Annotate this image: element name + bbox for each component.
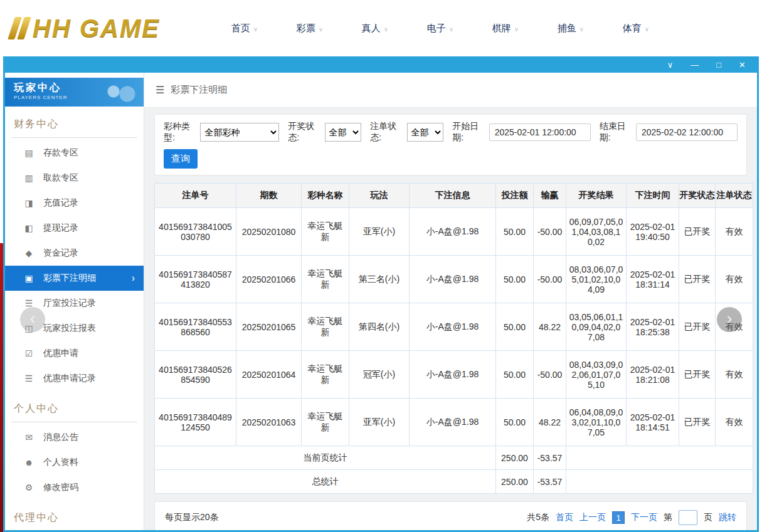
sidebar-item-funds-records[interactable]: ◆资金记录 — [5, 241, 144, 266]
lottery-type-select[interactable]: 全部彩种 — [200, 123, 279, 142]
sidebar-item-profile[interactable]: ☻个人资料 — [5, 450, 144, 475]
window-dropdown-icon[interactable]: ∨ — [667, 61, 674, 69]
cell-result: 06,09,07,05,01,04,03,08,10,02 — [566, 208, 627, 256]
main-area: ☰ 彩票下注明细 彩种类型: 全部彩种 开奖状态: 全部 注单状态: 全部 开始… — [144, 73, 757, 530]
summary-empty — [566, 446, 753, 470]
first-page-link[interactable]: 首页 — [556, 512, 573, 523]
menu-icon[interactable]: ☰ — [156, 84, 164, 96]
cell-bet-amount: 50.00 — [496, 256, 534, 303]
cell-bet-amount: 50.00 — [496, 303, 534, 351]
sidebar-item-label: 资金记录 — [43, 248, 78, 259]
cell-play-type: 冠军(小) — [349, 351, 410, 399]
summary-label: 总统计 — [155, 470, 496, 494]
sidebar-item-deposit-zone[interactable]: ▤存款专区 — [5, 140, 144, 165]
sidebar-item-label: 彩票下注明细 — [43, 273, 96, 284]
chevron-down-icon: ∨ — [253, 26, 258, 33]
nav-item-slots[interactable]: 电子∨ — [408, 23, 473, 34]
jump-button[interactable]: 跳转 — [719, 512, 736, 523]
col-lottery-name: 彩种名称 — [302, 184, 349, 208]
sidebar-item-label: 修改密码 — [43, 482, 78, 493]
nav-item-cards[interactable]: 棋牌∨ — [473, 23, 538, 34]
cell-result: 06,04,08,09,03,02,01,10,07,05 — [566, 399, 627, 446]
cell-bet-status: 有效 — [716, 351, 753, 399]
end-date-input[interactable] — [636, 123, 738, 141]
cell-bet-amount: 50.00 — [496, 208, 534, 256]
logo-text: HH GAME — [33, 14, 160, 43]
nav-item-home[interactable]: 首页∨ — [212, 23, 277, 34]
cell-winloss: 48.22 — [534, 303, 566, 351]
sidebar-item-promo-apply[interactable]: ☑优惠申请 — [5, 341, 144, 366]
nav-label: 首页 — [231, 23, 250, 34]
cell-result: 08,04,03,09,02,06,01,07,05,10 — [566, 351, 627, 399]
cell-period: 20250201065 — [236, 303, 302, 351]
cell-winloss: 48.22 — [534, 399, 566, 446]
search-button[interactable]: 查询 — [164, 149, 198, 169]
nav-label: 棋牌 — [492, 23, 511, 34]
sidebar-item-withdraw-zone[interactable]: ▥取款专区 — [5, 165, 144, 190]
cell-period: 20250201064 — [236, 351, 302, 399]
cell-winloss: -50.00 — [534, 208, 566, 256]
cell-draw-status: 已开奖 — [679, 256, 716, 303]
sidebar-item-lottery-bet-details[interactable]: ▣彩票下注明细› — [5, 266, 144, 291]
window-maximize-icon[interactable]: □ — [716, 61, 721, 69]
withdraw-icon: ▥ — [24, 173, 34, 183]
nav-item-fishing[interactable]: 捕鱼∨ — [538, 23, 603, 34]
cell-play-type: 亚军(小) — [349, 208, 410, 256]
nav-item-live[interactable]: 真人∨ — [342, 23, 408, 34]
next-page-link[interactable]: 下一页 — [631, 512, 657, 523]
cell-bet-id: 401569173841005030780 — [155, 208, 236, 256]
start-date-input[interactable] — [489, 123, 591, 141]
sidebar-item-label: 提现记录 — [43, 222, 78, 234]
carousel-right-arrow[interactable]: › — [717, 307, 742, 332]
window-minimize-icon[interactable]: — — [691, 61, 699, 69]
cell-lottery-name: 幸运飞艇新 — [302, 303, 349, 351]
bet-status-label: 注单状态: — [370, 121, 404, 143]
sidebar-item-change-password[interactable]: ⚙修改密码 — [5, 475, 144, 500]
current-page-badge[interactable]: 1 — [612, 511, 625, 524]
game-controller-icon — [102, 81, 137, 103]
jump-page-input[interactable] — [679, 510, 697, 525]
cell-bet-status: 有效 — [716, 256, 753, 303]
sidebar-item-label: 充值记录 — [43, 197, 78, 209]
cell-bet-info: 小-A盘@1.98 — [410, 351, 496, 399]
table-row: 40156917384052685459020250201064幸运飞艇新冠军(… — [155, 351, 753, 399]
cell-bet-time: 2025-02-01 18:25:38 — [627, 303, 679, 351]
draw-status-select[interactable]: 全部 — [325, 123, 362, 142]
cell-bet-time: 2025-02-01 18:14:51 — [627, 399, 679, 446]
cell-period: 20250201063 — [236, 399, 302, 446]
bet-status-select[interactable]: 全部 — [407, 123, 444, 142]
cell-period: 20250201080 — [236, 208, 302, 256]
carousel-left-arrow[interactable]: ‹ — [20, 307, 45, 332]
bets-table: 注单号 期数 彩种名称 玩法 下注信息 投注额 输赢 开奖结果 下注时间 开奖状… — [154, 183, 753, 494]
logo: HH GAME — [11, 14, 212, 43]
total-summary-row: 总统计 250.00 -53.57 — [155, 470, 753, 494]
cell-result: 03,05,06,01,10,09,04,02,07,08 — [566, 303, 627, 351]
cell-bet-amount: 50.00 — [496, 351, 534, 399]
filter-panel: 彩种类型: 全部彩种 开奖状态: 全部 注单状态: 全部 开始日期: 结束日期:… — [154, 114, 747, 175]
nav-item-sports[interactable]: 体育∨ — [603, 23, 669, 34]
col-play-type: 玩法 — [349, 184, 410, 208]
sidebar-item-withdrawal-records[interactable]: ◧提现记录 — [5, 216, 144, 241]
top-navigation: 首页∨ 彩票∨ 真人∨ 电子∨ 棋牌∨ 捕鱼∨ 体育∨ — [212, 23, 669, 34]
nav-item-lottery[interactable]: 彩票∨ — [277, 23, 342, 34]
col-bet-amount: 投注额 — [496, 184, 534, 208]
summary-label: 当前页统计 — [155, 446, 496, 470]
prev-page-link[interactable]: 上一页 — [579, 512, 606, 523]
cell-bet-status: 有效 — [716, 208, 753, 256]
cell-bet-amount: 50.00 — [496, 399, 534, 446]
col-bet-status: 注单状态 — [716, 184, 753, 208]
cell-lottery-name: 幸运飞艇新 — [302, 208, 349, 256]
recharge-icon: ◨ — [24, 198, 34, 208]
cell-bet-id: 401569173840587413820 — [155, 256, 236, 303]
table-header-row: 注单号 期数 彩种名称 玩法 下注信息 投注额 输赢 开奖结果 下注时间 开奖状… — [155, 184, 753, 208]
window-close-icon[interactable]: ✕ — [739, 61, 746, 69]
nav-label: 捕鱼 — [558, 23, 576, 34]
sidebar-item-message-notice[interactable]: ✉消息公告 — [5, 425, 144, 450]
cell-bet-id: 401569173840526854590 — [155, 351, 236, 399]
table-row: 40156917384048912455020250201063幸运飞艇新亚军(… — [155, 399, 753, 446]
cell-play-type: 亚军(小) — [349, 399, 410, 446]
sidebar-item-promo-apply-records[interactable]: ☰优惠申请记录 — [5, 366, 144, 391]
col-bet-time: 下注时间 — [627, 184, 679, 208]
sidebar-item-recharge-records[interactable]: ◨充值记录 — [5, 190, 144, 216]
sidebar-item-label: 优惠申请 — [43, 348, 78, 359]
